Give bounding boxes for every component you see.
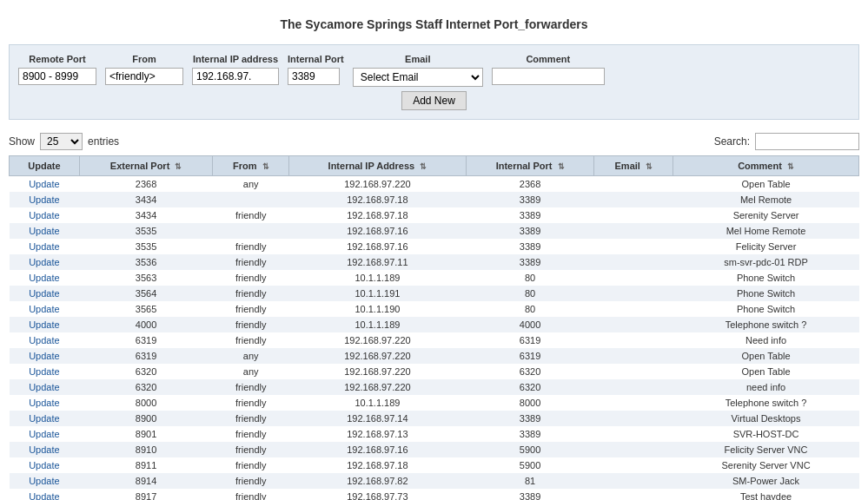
col-internal-ip[interactable]: Internal IP Address ⇅ [289,156,467,176]
cell-update: Update [10,411,80,426]
cell-ext-port: 3535 [79,223,213,239]
cell-update: Update [10,332,80,348]
col-ext-port[interactable]: External Port ⇅ [79,156,213,176]
cell-comment: Felicity Server [673,239,859,254]
cell-internal-ip: 192.168.97.18 [289,192,467,207]
cell-update: Update [10,270,80,286]
cell-comment: Phone Switch [673,301,859,317]
col-update: Update [10,156,80,176]
cell-internal-port: 3389 [466,207,594,223]
cell-email [594,457,673,473]
cell-update: Update [10,442,80,457]
cell-internal-port: 8000 [466,395,594,411]
cell-ext-port: 6320 [79,379,213,395]
cell-update: Update [10,395,80,411]
cell-internal-ip: 192.168.97.16 [289,223,467,239]
table-row: Update 3536 friendly 192.168.97.11 3389 … [10,254,859,270]
cell-ext-port: 3536 [79,254,213,270]
cell-update: Update [10,207,80,223]
update-link[interactable]: Update [29,413,59,424]
cell-ext-port: 3564 [79,286,213,301]
cell-update: Update [10,192,80,207]
internal-port-col: Internal Port [288,54,344,85]
cell-internal-ip: 10.1.1.190 [289,301,467,317]
cell-update: Update [10,426,80,442]
update-link[interactable]: Update [29,476,59,486]
update-link[interactable]: Update [29,288,59,299]
table-body: Update 2368 any 192.168.97.220 2368 Open… [10,176,859,501]
update-link[interactable]: Update [29,304,59,314]
cell-comment: SM-Power Jack [673,473,859,489]
cell-from [213,223,289,239]
cell-internal-ip: 192.168.97.73 [289,489,467,500]
cell-comment: Test haydee [673,489,859,500]
update-link[interactable]: Update [29,351,59,361]
table-row: Update 6319 friendly 192.168.97.220 6319… [10,332,859,348]
table-row: Update 8911 friendly 192.168.97.18 5900 … [10,457,859,473]
remote-port-input[interactable] [18,68,96,85]
update-link[interactable]: Update [29,257,59,267]
cell-email [594,426,673,442]
cell-ext-port: 4000 [79,317,213,332]
cell-ext-port: 8914 [79,473,213,489]
email-select[interactable]: Select Email [353,68,483,87]
table-row: Update 8000 friendly 10.1.1.189 8000 Tel… [10,395,859,411]
cell-comment: Telephone switch ? [673,395,859,411]
update-link[interactable]: Update [29,398,59,408]
cell-internal-port: 3389 [466,192,594,207]
search-input[interactable] [755,133,859,150]
update-link[interactable]: Update [29,210,59,220]
update-link[interactable]: Update [29,335,59,345]
table-row: Update 8917 friendly 192.168.97.73 3389 … [10,489,859,500]
cell-internal-port: 80 [466,301,594,317]
internal-port-input[interactable] [288,68,340,85]
from-input[interactable] [105,68,183,85]
cell-email [594,395,673,411]
table-section: Show 25 10 50 100 entries Search: Update… [9,133,859,500]
update-link[interactable]: Update [29,241,59,252]
update-link[interactable]: Update [29,226,59,236]
add-new-button[interactable]: Add New [401,91,467,110]
cell-internal-ip: 192.168.97.16 [289,239,467,254]
comment-input[interactable] [492,68,605,85]
entries-label: entries [88,135,119,148]
update-link[interactable]: Update [29,319,59,330]
table-row: Update 8901 friendly 192.168.97.13 3389 … [10,426,859,442]
table-row: Update 4000 friendly 10.1.1.189 4000 Tel… [10,317,859,332]
update-link[interactable]: Update [29,429,59,439]
cell-internal-port: 3389 [466,239,594,254]
update-link[interactable]: Update [29,382,59,392]
cell-comment: Phone Switch [673,270,859,286]
cell-internal-ip: 192.168.97.14 [289,411,467,426]
col-internal-port[interactable]: Internal Port ⇅ [466,156,594,176]
show-entries-select[interactable]: 25 10 50 100 [40,133,83,150]
cell-internal-ip: 10.1.1.189 [289,395,467,411]
update-link[interactable]: Update [29,444,59,455]
cell-ext-port: 3434 [79,207,213,223]
cell-ext-port: 8911 [79,457,213,473]
cell-internal-ip: 192.168.97.11 [289,254,467,270]
update-link[interactable]: Update [29,179,59,189]
cell-update: Update [10,286,80,301]
cell-internal-port: 5900 [466,442,594,457]
cell-email [594,473,673,489]
remote-port-col: Remote Port [18,54,96,85]
update-link[interactable]: Update [29,460,59,470]
page-title: The Sycamore Springs Staff Internet Port… [0,9,868,44]
table-row: Update 8910 friendly 192.168.97.16 5900 … [10,442,859,457]
update-link[interactable]: Update [29,491,59,500]
cell-email [594,270,673,286]
cell-internal-port: 6319 [466,348,594,364]
col-comment[interactable]: Comment ⇅ [673,156,859,176]
comment-label: Comment [492,54,605,64]
cell-from: friendly [213,379,289,395]
col-email[interactable]: Email ⇅ [594,156,673,176]
update-link[interactable]: Update [29,194,59,205]
col-from[interactable]: From ⇅ [213,156,289,176]
update-link[interactable]: Update [29,366,59,377]
internal-ip-input[interactable] [192,68,279,85]
sort-internal-port: ⇅ [558,162,565,171]
cell-email [594,286,673,301]
update-link[interactable]: Update [29,273,59,283]
show-entries: Show 25 10 50 100 entries [9,133,119,150]
